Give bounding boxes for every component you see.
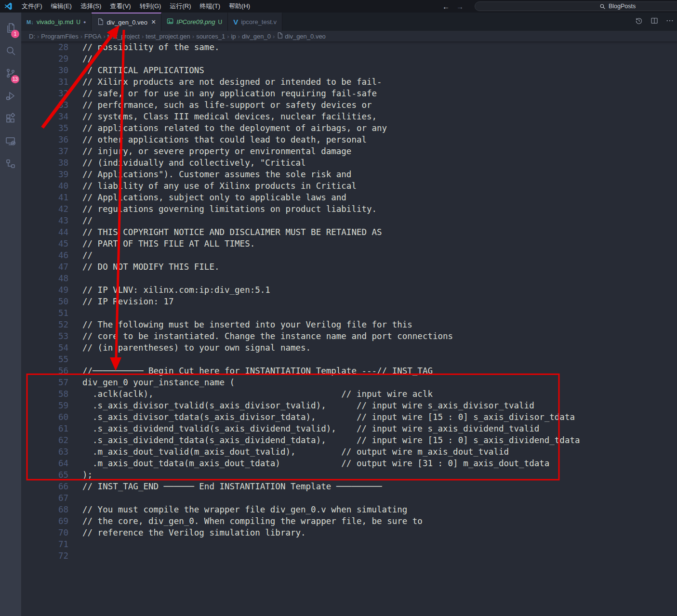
code-line[interactable]: 64 .m_axis_dout_tdata(m_axis_dout_tdata)… — [21, 458, 677, 469]
code-line[interactable]: 29// — [21, 53, 677, 65]
code-line[interactable]: 48 — [21, 273, 677, 284]
breadcrumb-item[interactable]: test_project — [106, 33, 141, 40]
code-line[interactable]: 62 .s_axis_dividend_tdata(s_axis_dividen… — [21, 434, 677, 446]
menu-help[interactable]: 帮助(H) — [225, 0, 254, 13]
tab-vivado-ip-md[interactable]: M↓vivado_ip.mdU● — [21, 13, 92, 31]
code-line[interactable]: 33// performance, such as life-support o… — [21, 99, 677, 111]
activity-item-remote-explorer[interactable] — [0, 131, 21, 153]
code-line[interactable]: 40// liability of any use of Xilinx prod… — [21, 180, 677, 192]
code-line[interactable]: 28// possibility of the same. — [21, 41, 677, 53]
activity-item-run-debug[interactable] — [0, 85, 21, 108]
code-line[interactable]: 58 .aclk(aclk), // input wire aclk — [21, 388, 677, 400]
menu-selection[interactable]: 选择(S) — [76, 0, 106, 13]
line-number: 32 — [21, 88, 68, 99]
code-line[interactable]: 54// (in parentheses) to your own signal… — [21, 342, 677, 354]
close-icon[interactable]: × — [151, 18, 156, 26]
code-text — [68, 307, 82, 319]
code-line[interactable]: 72 — [21, 550, 677, 562]
code-line[interactable]: 52// The following must be inserted into… — [21, 319, 677, 330]
nav-back-button[interactable]: ← — [442, 2, 450, 11]
menu-run[interactable]: 运行(R) — [165, 0, 195, 13]
code-line[interactable]: 39// Applications"). Customer assumes th… — [21, 169, 677, 180]
code-line[interactable]: 68// You must compile the wrapper file d… — [21, 504, 677, 515]
git-status-untracked: U — [218, 19, 223, 26]
code-line[interactable]: 59 .s_axis_divisor_tvalid(s_axis_divisor… — [21, 400, 677, 411]
code-line[interactable]: 55 — [21, 354, 677, 365]
menu-edit[interactable]: 编辑(E) — [47, 0, 76, 13]
menu-terminal[interactable]: 终端(T) — [195, 0, 225, 13]
activity-item-extensions[interactable] — [0, 108, 21, 131]
more-actions-icon[interactable] — [665, 16, 674, 27]
tab-ipcore09-png[interactable]: IPCore09.pngU — [161, 13, 228, 31]
breadcrumb-item[interactable]: div_gen_0 — [241, 33, 272, 40]
code-line[interactable]: 41// Applications, subject only to appli… — [21, 192, 677, 203]
code-line[interactable]: 56//────────── Begin Cut here for INSTAN… — [21, 365, 677, 377]
code-line[interactable]: 37// injury, or severe property or envir… — [21, 145, 677, 157]
code-line[interactable]: 63 .m_axis_dout_tvalid(m_axis_dout_tvali… — [21, 446, 677, 458]
verilog-icon: V — [233, 18, 238, 26]
code-text: .s_axis_divisor_tvalid(s_axis_divisor_tv… — [68, 400, 534, 411]
code-line[interactable]: 35// applications related to the deploym… — [21, 122, 677, 134]
split-editor-icon[interactable] — [650, 16, 659, 27]
code-text: .s_axis_dividend_tdata(s_axis_dividend_t… — [68, 434, 580, 446]
code-line[interactable]: 30// CRITICAL APPLICATIONS — [21, 65, 677, 76]
breadcrumb-item[interactable]: ip — [230, 33, 237, 40]
code-line[interactable]: 47// DO NOT MODIFY THIS FILE. — [21, 261, 677, 273]
code-text — [68, 354, 82, 365]
code-line[interactable]: 65); — [21, 469, 677, 481]
code-line[interactable]: 44// THIS COPYRIGHT NOTICE AND DISCLAIME… — [21, 226, 677, 238]
code-line[interactable]: 71 — [21, 538, 677, 550]
code-line[interactable]: 46// — [21, 249, 677, 261]
code-text: // PART OF THIS FILE AT ALL TIMES. — [68, 238, 255, 249]
tab-div-gen-0-veo[interactable]: div_gen_0.veo× — [92, 13, 161, 31]
timeline-icon[interactable] — [635, 16, 643, 27]
line-number: 66 — [21, 481, 68, 492]
command-center-search[interactable]: BlogPosts — [475, 1, 677, 11]
code-line[interactable]: 34// systems, Class III medical devices,… — [21, 111, 677, 122]
activity-item-explorer[interactable]: 1 — [0, 17, 21, 40]
code-line[interactable]: 53// core to be instantiated. Change the… — [21, 330, 677, 342]
code-line[interactable]: 51 — [21, 307, 677, 319]
file-icon — [277, 32, 283, 40]
chevron-right-icon: › — [191, 33, 195, 40]
activity-item-source-control[interactable]: 13 — [0, 63, 21, 85]
tab-ipcore-test-v[interactable]: Vipcore_test.v — [228, 13, 282, 31]
code-line[interactable]: 69// the core, div_gen_0. When compiling… — [21, 515, 677, 527]
code-text: // liability of any use of Xilinx produc… — [68, 180, 357, 192]
code-line[interactable]: 32// safe, or for use in any application… — [21, 88, 677, 99]
activity-item-hierarchy[interactable] — [0, 153, 21, 176]
code-line[interactable]: 31// Xilinx products are not designed or… — [21, 76, 677, 88]
code-line[interactable]: 66// INST_TAG_END ────── End INSTANTIATI… — [21, 481, 677, 492]
breadcrumb-item[interactable]: D: — [28, 33, 36, 40]
code-line[interactable]: 43// — [21, 215, 677, 226]
breadcrumb-item[interactable]: FPGA — [83, 33, 102, 40]
code-line[interactable]: 70// reference the Verilog simulation li… — [21, 527, 677, 538]
code-text — [68, 550, 82, 562]
code-line[interactable]: 38// (individually and collectively, "Cr… — [21, 157, 677, 169]
code-line[interactable]: 36// other applications that could lead … — [21, 134, 677, 145]
line-number: 70 — [21, 527, 68, 538]
code-line[interactable]: 60 .s_axis_divisor_tdata(s_axis_divisor_… — [21, 411, 677, 423]
breadcrumb-item[interactable]: sources_1 — [195, 33, 226, 40]
code-line[interactable]: 50// IP Revision: 17 — [21, 296, 677, 307]
line-number: 67 — [21, 492, 68, 504]
code-line[interactable]: 57div_gen_0 your_instance_name ( — [21, 377, 677, 388]
code-line[interactable]: 42// regulations governing limitations o… — [21, 203, 677, 215]
git-status-untracked: U — [76, 19, 80, 26]
nav-forward-button[interactable]: → — [456, 2, 464, 11]
code-line[interactable]: 45// PART OF THIS FILE AT ALL TIMES. — [21, 238, 677, 249]
breadcrumb-item[interactable]: test_project.gen — [145, 33, 191, 40]
menu-bar: 文件(F)编辑(E)选择(S)查看(V)转到(G)运行(R)终端(T)帮助(H) — [17, 0, 254, 13]
breadcrumb-item[interactable]: ProgramFiles — [40, 33, 79, 40]
code-line[interactable]: 49// IP VLNV: xilinx.com:ip:div_gen:5.1 — [21, 284, 677, 296]
menu-goto[interactable]: 转到(G) — [135, 0, 166, 13]
menu-file[interactable]: 文件(F) — [17, 0, 47, 13]
activity-item-search[interactable] — [0, 40, 21, 63]
code-line[interactable]: 61 .s_axis_dividend_tvalid(s_axis_divide… — [21, 423, 677, 434]
line-number: 44 — [21, 226, 68, 238]
line-number: 31 — [21, 76, 68, 88]
breadcrumb-file[interactable]: div_gen_0.veo — [276, 32, 326, 40]
menu-view[interactable]: 查看(V) — [106, 0, 135, 13]
code-editor[interactable]: 28// possibility of the same.29//30// CR… — [21, 41, 677, 616]
code-line[interactable]: 67 — [21, 492, 677, 504]
